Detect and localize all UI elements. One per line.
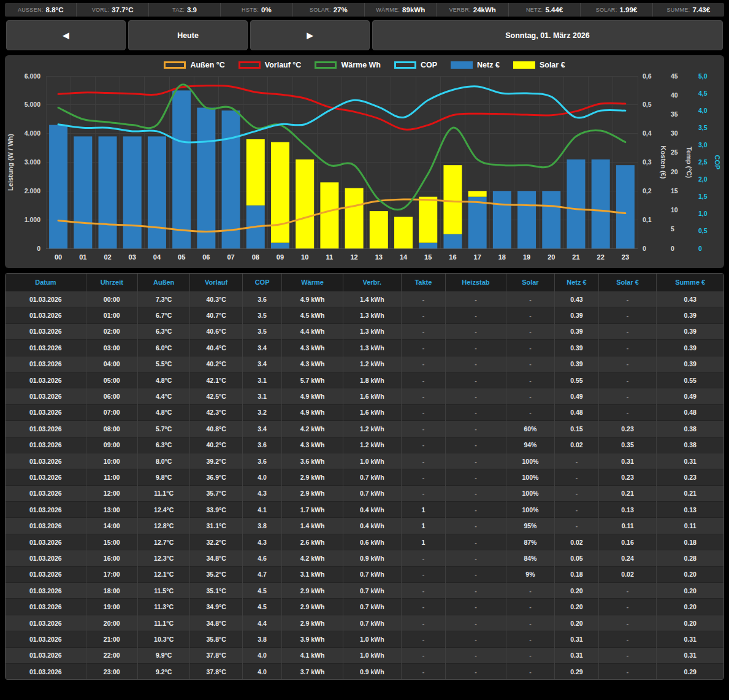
table-cell: 01.03.2026 [6,599,86,615]
netz-bar [517,191,536,248]
legend-label: Vorlauf °C [265,61,302,69]
table-cell: 0.23 [598,469,657,485]
status-label: WÄRME: [376,7,400,13]
table-cell: 0.18 [555,566,598,582]
table-cell: 0.39 [555,323,598,339]
x-axis-label: 20 [548,253,555,261]
today-button[interactable]: Heute [128,20,248,50]
table-cell: 4.3 [242,534,281,550]
legend-label: Wärme Wh [341,61,381,69]
x-axis-label: 09 [277,253,284,261]
x-axis-label: 05 [178,253,185,261]
table-cell: 1.4 kWh [282,518,343,534]
table-cell: 40.2°C [190,356,242,372]
status-value: 3.9 [187,6,197,13]
table-cell: - [506,599,555,615]
solar-bar [320,182,338,248]
temp-tick: 0 [671,245,674,252]
table-cell: 0.18 [657,534,723,550]
table-cell: 0.4 kWh [343,518,401,534]
table-cell: 33.9°C [190,502,242,518]
kosten-tick: 0,5 [643,101,652,108]
x-axis-label: 15 [424,253,432,261]
next-day-button[interactable]: ▶ [250,20,370,50]
table-cell: 01.03.2026 [6,583,86,599]
table-cell: 100% [506,502,555,518]
x-axis-label: 07 [227,253,234,261]
table-cell: 1.2 kWh [343,437,401,453]
table-row: 01.03.202614:0012.8°C31.1°C3.81.4 kWh0.4… [6,518,723,534]
status-label: TAZ: [172,7,185,13]
temp-tick: 25 [671,148,678,156]
table-cell: 0.16 [598,534,657,550]
table-cell: 1.3 kWh [343,323,401,339]
temp-tick: 45 [671,74,678,80]
table-cell: 07:00 [86,404,137,420]
netz-bar [172,90,191,248]
x-axis-label: 17 [474,253,481,261]
table-cell: - [401,372,446,388]
table-cell: - [446,647,506,663]
legend-item-aussen[interactable]: Außen °C [164,61,224,69]
table-cell: - [401,340,446,356]
table-cell: 01.03.2026 [6,340,86,356]
table-cell: 0.23 [657,469,723,485]
table-cell: - [598,404,657,420]
status-value: 37.7°C [112,6,133,13]
solar-bar [419,197,437,243]
kosten-tick: 0,2 [643,187,652,194]
table-cell: 01.03.2026 [6,421,86,437]
table-cell: 87% [506,534,555,550]
table-cell: 01.03.2026 [6,631,86,647]
table-cell: 01.03.2026 [6,469,86,485]
table-cell: - [506,291,555,307]
table-cell: - [598,583,657,599]
table-cell: 0.05 [555,550,598,566]
table-cell: - [401,291,446,307]
table-cell: 4.4 kWh [282,323,343,339]
legend-item-waerme[interactable]: Wärme Wh [315,61,381,69]
table-cell: 01.03.2026 [6,502,86,518]
table-cell: - [598,291,657,307]
table-cell: 01.03.2026 [6,291,86,307]
table-cell: - [446,340,506,356]
table-cell: 0.35 [598,437,657,453]
waerme-swatch-icon [315,61,337,69]
table-cell: - [598,340,657,356]
netz-swatch-icon [451,61,473,69]
table-cell: 01.03.2026 [6,437,86,453]
table-row: 01.03.202622:009.9°C37.8°C4.04.1 kWh1.0 … [6,647,723,663]
netz-bar [542,191,560,248]
legend-item-cop[interactable]: COP [394,61,437,69]
table-cell: 0.20 [657,615,723,631]
current-date-display[interactable]: Sonntag, 01. März 2026 [372,20,723,50]
table-cell: 4.0 [242,469,281,485]
legend-item-solar[interactable]: Solar € [513,61,565,69]
table-row: 01.03.202616:0012.3°C34.8°C4.64.2 kWh0.9… [6,550,723,566]
solar-bar [271,142,289,243]
table-cell: 100% [506,469,555,485]
table-cell: 1.6 kWh [343,388,401,404]
cop-tick: 1,5 [698,193,708,200]
cop-axis-title: COP [714,155,721,170]
col-header-solar-: Solar € [598,274,657,291]
table-cell: - [401,453,446,469]
legend-item-vorlauf[interactable]: Vorlauf °C [239,61,302,69]
table-cell: 0.43 [555,291,598,307]
prev-day-button[interactable]: ◀ [6,20,126,50]
table-cell: 01:00 [86,307,137,323]
cop-tick: 3,5 [698,124,708,131]
table-row: 01.03.202601:006.7°C40.7°C3.54.5 kWh1.3 … [6,307,723,323]
x-axis-label: 11 [326,253,334,261]
table-cell: 21:00 [86,631,137,647]
legend-item-netz[interactable]: Netz € [451,61,500,69]
cop-tick: 5,0 [698,74,708,80]
table-cell: 4.5 [242,583,281,599]
table-cell: - [446,388,506,404]
table-cell: 1.3 kWh [343,307,401,323]
table-row: 01.03.202610:008.0°C39.2°C3.63.6 kWh1.0 … [6,453,723,469]
col-header-takte: Takte [401,274,446,291]
temp-tick: 40 [671,91,678,99]
table-cell: - [401,663,446,679]
table-cell: 3.4 [242,356,281,372]
